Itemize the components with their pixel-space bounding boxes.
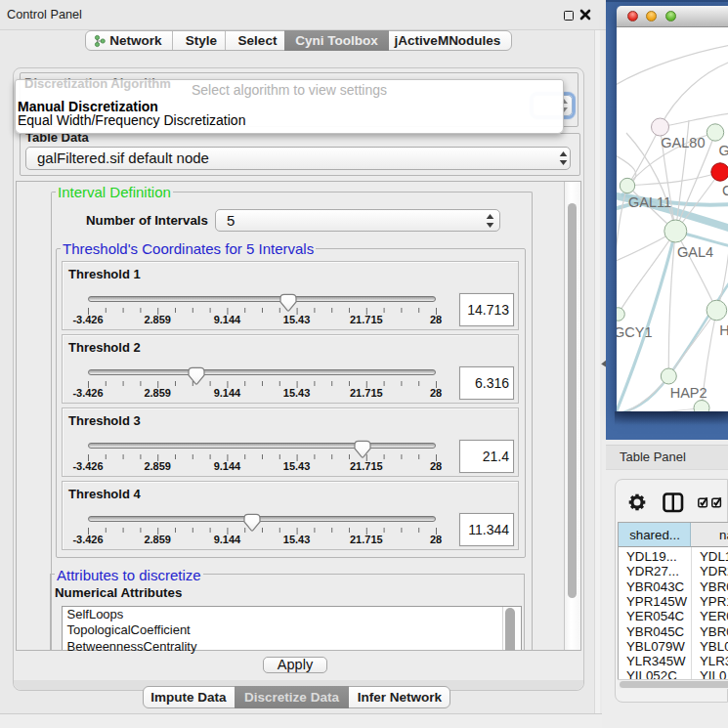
- svg-text:GAL11: GAL11: [628, 194, 671, 210]
- svg-text:HAP2: HAP2: [670, 385, 707, 401]
- svg-text:GCY1: GCY1: [617, 324, 653, 340]
- svg-text:GAL4: GAL4: [677, 244, 713, 260]
- svg-text:H: H: [719, 322, 728, 338]
- svg-text:GA: GA: [719, 143, 728, 158]
- svg-text:C: C: [722, 183, 728, 198]
- svg-text:GAL80: GAL80: [661, 135, 705, 150]
